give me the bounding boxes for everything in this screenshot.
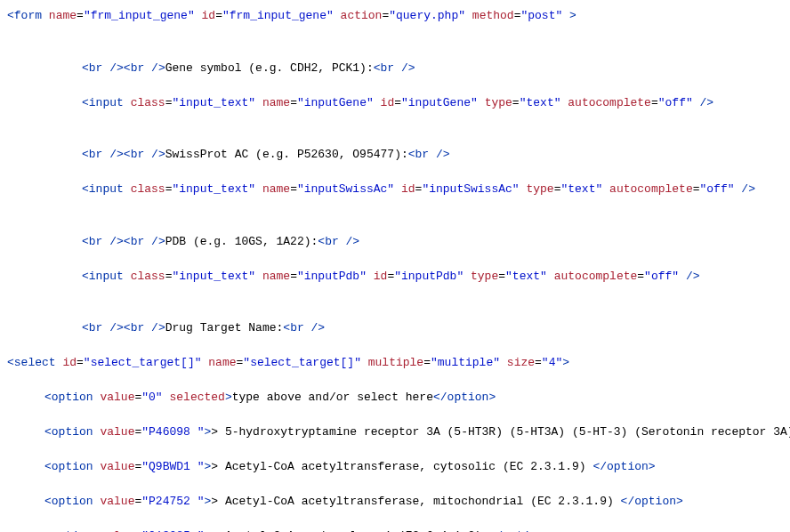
swiss-type-attr-value: "text" [560, 182, 602, 196]
swiss-ac-attr-name: autocomplete [609, 182, 693, 196]
select-id-attr-value: "select_target[]" [84, 356, 202, 369]
pdb-class-attr-value: "input_text" [172, 270, 255, 283]
br-tag: br [415, 148, 430, 161]
swiss-name-attr-value: "inputSwissAc" [297, 182, 394, 196]
gene-id-attr-value: "inputGene" [401, 96, 478, 109]
target-label: Drug Target Name: [165, 321, 284, 335]
gene-input-tag: input [89, 96, 124, 109]
select-multiple-attr-name: multiple [368, 356, 423, 369]
pdb-ac-attr-value: "off" [644, 270, 679, 283]
option-close-tag: /option [627, 495, 676, 508]
br-tag: br [325, 235, 339, 248]
pdb-id-attr-name: id [374, 270, 388, 283]
swiss-label: SwissProt AC (e.g. P52630, O95477): [165, 148, 408, 161]
swiss-class-attr-name: class [131, 182, 165, 196]
option-value-attr-name: value [100, 425, 134, 439]
pdb-name-attr-value: "inputPdb" [297, 270, 367, 283]
select-size-attr-value: "4" [542, 356, 562, 369]
option-tag: option [52, 425, 93, 439]
gene-ac-attr-value: "off" [658, 96, 693, 109]
select-tag: select [14, 356, 56, 369]
swiss-id-attr-name: id [401, 182, 415, 196]
swiss-input-tag: input [89, 182, 124, 196]
br-tag: br [89, 61, 103, 75]
html-source-view: <form name="frm_input_gene" id="frm_inpu… [7, 7, 783, 532]
swiss-ac-attr-value: "off" [700, 182, 735, 196]
br-tag: br [89, 321, 103, 335]
pdb-id-attr-value: "inputPdb" [394, 270, 464, 283]
code-line: <br /><br />PDB (e.g. 10GS, 1A22):<br /> [7, 233, 783, 251]
option-tag: option [52, 495, 93, 508]
br-tag: br [131, 235, 145, 248]
option-value-attr-value: "P24752 " [141, 495, 204, 508]
gene-name-attr-name: name [262, 96, 290, 109]
select-name-attr-value: "select_target[]" [243, 356, 361, 369]
code-line: <br /><br />Gene symbol (e.g. CDH2, PCK1… [7, 60, 783, 77]
option-value-attr-value: "P46098 " [141, 425, 204, 439]
pdb-input-tag: input [89, 270, 124, 283]
option-close-tag: /option [440, 391, 489, 404]
code-line: <br /><br />Drug Target Name:<br /> [7, 319, 783, 337]
option-value-attr-name: value [100, 495, 134, 508]
select-multiple-attr-value: "multiple" [431, 356, 500, 369]
option-tag: option [52, 460, 93, 473]
pdb-name-attr-name: name [262, 270, 290, 283]
option-text: > Acetyl-CoA acetyltransferase, cytosoli… [211, 460, 592, 473]
code-line: <input class="input_text" name="inputGen… [7, 94, 783, 112]
pdb-type-attr-value: "text" [505, 270, 547, 283]
pdb-class-attr-name: class [131, 270, 165, 283]
form-tag: form [14, 9, 42, 22]
pdb-ac-attr-name: autocomplete [554, 270, 638, 283]
code-line: <input class="input_text" name="inputPdb… [7, 268, 783, 286]
option-close-tag: /option [600, 460, 649, 473]
code-line: <option value="Q9BWD1 ">> Acetyl-CoA ace… [7, 458, 783, 476]
gene-class-attr-value: "input_text" [172, 96, 255, 109]
option-value-attr-name: value [100, 460, 134, 473]
code-line: <form name="frm_input_gene" id="frm_inpu… [7, 7, 783, 25]
gene-name-attr-value: "inputGene" [297, 96, 374, 109]
select-size-attr-name: size [507, 356, 535, 369]
swiss-class-attr-value: "input_text" [172, 182, 255, 196]
form-method-attr-name: method [472, 9, 514, 22]
swiss-id-attr-value: "inputSwissAc" [422, 182, 519, 196]
form-action-attr-name: action [341, 9, 383, 22]
option-value-attr-value: "Q9BWD1 " [141, 460, 204, 473]
option-value-attr-value: "0" [141, 391, 162, 404]
pdb-type-attr-name: type [471, 270, 498, 283]
code-line: <option value="P46098 ">> 5-hydroxytrypt… [7, 423, 783, 441]
pdb-label: PDB (e.g. 10GS, 1A22): [165, 235, 318, 248]
br-tag: br [381, 61, 395, 75]
gene-label: Gene symbol (e.g. CDH2, PCK1): [165, 61, 374, 75]
select-id-attr-name: id [62, 356, 77, 369]
gene-ac-attr-name: autocomplete [568, 96, 651, 109]
br-tag: br [131, 148, 145, 161]
code-line: <br /><br />SwissProt AC (e.g. P52630, O… [7, 146, 783, 164]
gene-type-attr-value: "text" [520, 96, 561, 109]
option-text: > 5-hydroxytryptamine receptor 3A (5-HT3… [211, 425, 790, 439]
form-name-attr-value: "frm_input_gene" [84, 9, 195, 22]
option-value-attr-name: value [100, 391, 134, 404]
swiss-type-attr-name: type [526, 182, 553, 196]
br-tag: br [89, 235, 103, 248]
code-line: <input class="input_text" name="inputSwi… [7, 181, 783, 198]
select-name-attr-name: name [208, 356, 236, 369]
code-line: <select id="select_target[]" name="selec… [7, 354, 783, 372]
gene-id-attr-name: id [381, 96, 395, 109]
form-name-attr-name: name [49, 9, 77, 22]
option-tag: option [52, 391, 93, 404]
gene-class-attr-name: class [131, 96, 165, 109]
option-selected: selected [169, 391, 224, 404]
br-tag: br [290, 321, 304, 335]
option-text: > Acetyl-CoA acetyltransferase, mitochon… [211, 495, 620, 508]
br-tag: br [89, 148, 103, 161]
form-id-attr-value: "frm_input_gene" [222, 9, 334, 22]
br-tag: br [131, 61, 145, 75]
form-method-attr-value: "post" [520, 9, 562, 22]
code-line: <option value="Q13085 ">> Acetyl-CoA car… [7, 528, 783, 532]
code-line: <option value="0" selected>type above an… [7, 389, 783, 407]
form-action-attr-value: "query.php" [389, 9, 465, 22]
form-id-attr-name: id [202, 9, 216, 22]
option-text: type above and/or select here [232, 391, 433, 404]
code-line: <option value="P24752 ">> Acetyl-CoA ace… [7, 493, 783, 511]
swiss-name-attr-name: name [262, 182, 290, 196]
